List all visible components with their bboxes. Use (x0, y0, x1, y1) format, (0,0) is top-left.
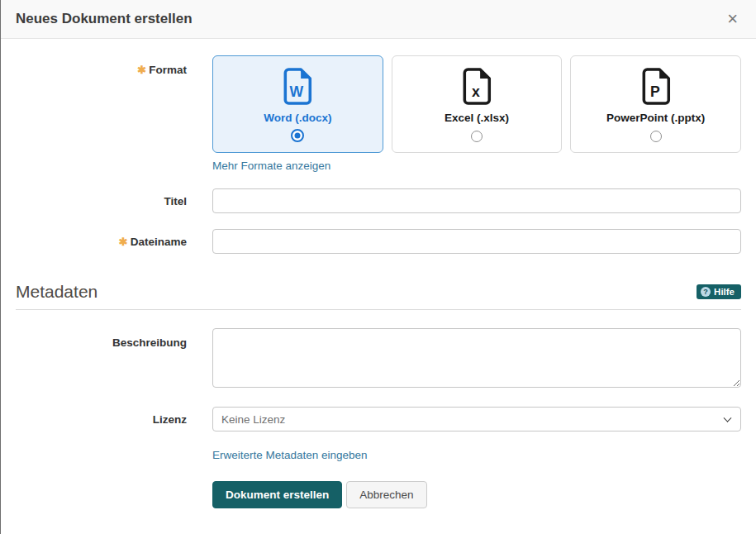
svg-text:x: x (472, 83, 480, 99)
powerpoint-radio[interactable] (650, 131, 662, 142)
dialog-body: ✱Format W Word (.docx) (1, 39, 756, 508)
titel-label: Titel (16, 188, 212, 213)
excel-card-label: Excel (.xlsx) (445, 112, 509, 124)
dialog-title: Neues Dokument erstellen (16, 11, 193, 27)
beschreibung-label: Beschreibung (16, 328, 212, 391)
format-card-group: W Word (.docx) x (212, 55, 741, 153)
format-label-text: Format (149, 64, 187, 76)
titel-input[interactable] (212, 188, 741, 213)
format-label: ✱Format (16, 55, 212, 173)
dateiname-input[interactable] (212, 229, 741, 254)
lizenz-label: Lizenz (16, 407, 212, 431)
dialog-header: Neues Dokument erstellen × (1, 0, 756, 39)
titel-row: Titel (16, 188, 741, 213)
more-formats-link[interactable]: Mehr Formate anzeigen (212, 160, 330, 172)
advanced-metadata-row: Erweiterte Metadaten eingeben (16, 447, 741, 462)
metadata-section-header: Metadaten ? Hilfe (16, 282, 741, 310)
dateiname-row: ✱Dateiname (16, 229, 741, 254)
word-card-label: Word (.docx) (264, 112, 331, 124)
create-document-button[interactable]: Dokument erstellen (212, 481, 342, 508)
svg-text:P: P (650, 83, 660, 99)
beschreibung-textarea[interactable] (212, 328, 741, 388)
required-asterisk: ✱ (119, 236, 128, 248)
close-icon[interactable]: × (722, 8, 743, 30)
dateiname-label: ✱Dateiname (16, 229, 212, 254)
format-option-word[interactable]: W Word (.docx) (212, 55, 383, 153)
word-file-icon: W (282, 67, 313, 106)
cancel-button[interactable]: Abbrechen (346, 481, 426, 508)
svg-text:W: W (290, 83, 304, 99)
excel-radio[interactable] (471, 131, 483, 142)
advanced-metadata-link[interactable]: Erweiterte Metadaten eingeben (212, 449, 368, 461)
lizenz-row: Lizenz Keine Lizenz (16, 407, 741, 431)
lizenz-select[interactable]: Keine Lizenz (212, 407, 741, 431)
excel-file-icon: x (461, 67, 492, 106)
powerpoint-file-icon: P (640, 67, 672, 106)
create-document-dialog: Neues Dokument erstellen × ✱Format W (0, 0, 756, 534)
required-asterisk: ✱ (137, 64, 146, 76)
question-icon: ? (701, 287, 711, 297)
format-option-powerpoint[interactable]: P PowerPoint (.pptx) (570, 55, 741, 153)
powerpoint-card-label: PowerPoint (.pptx) (606, 112, 705, 124)
format-option-excel[interactable]: x Excel (.xlsx) (392, 55, 563, 153)
action-button-row: Dokument erstellen Abbrechen (16, 481, 741, 508)
help-button[interactable]: ? Hilfe (697, 284, 741, 299)
help-button-label: Hilfe (714, 287, 735, 297)
dateiname-label-text: Dateiname (131, 236, 187, 248)
word-radio[interactable] (291, 129, 304, 142)
metadata-heading: Metadaten (16, 282, 97, 302)
format-row: ✱Format W Word (.docx) (16, 55, 741, 173)
beschreibung-row: Beschreibung (16, 328, 741, 391)
